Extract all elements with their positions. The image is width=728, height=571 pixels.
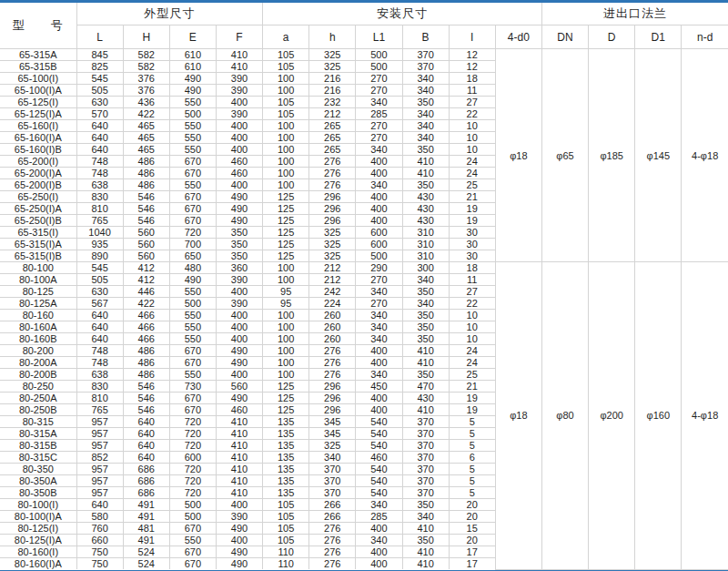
value-cell: 765 bbox=[76, 215, 123, 227]
value-cell: 290 bbox=[356, 262, 402, 274]
value-cell: 600 bbox=[356, 227, 402, 239]
value-cell: 285 bbox=[356, 108, 402, 120]
group-header-inlet-outlet-flange: 进出口法兰 bbox=[541, 3, 728, 25]
value-cell: 436 bbox=[123, 97, 169, 108]
flange-cell-d: φ185 bbox=[589, 49, 635, 262]
value-cell: 11 bbox=[449, 85, 495, 97]
value-cell: 370 bbox=[309, 487, 356, 499]
value-cell: 890 bbox=[76, 250, 123, 262]
flange-cell-dn: φ65 bbox=[541, 49, 588, 262]
value-cell: 546 bbox=[123, 191, 169, 203]
value-cell: 19 bbox=[449, 393, 495, 404]
value-cell: 700 bbox=[169, 239, 216, 250]
value-cell: 360 bbox=[216, 262, 262, 274]
value-cell: 100 bbox=[263, 144, 309, 156]
value-cell: 135 bbox=[263, 416, 309, 428]
value-cell: 638 bbox=[76, 179, 123, 191]
value-cell: 640 bbox=[76, 310, 123, 321]
value-cell: 105 bbox=[263, 108, 309, 120]
value-cell: 640 bbox=[76, 321, 123, 333]
value-cell: 276 bbox=[309, 156, 356, 168]
value-cell: 430 bbox=[402, 215, 449, 227]
value-cell: 340 bbox=[402, 132, 449, 144]
value-cell: 466 bbox=[123, 333, 169, 345]
value-cell: 340 bbox=[356, 321, 402, 333]
value-cell: 730 bbox=[169, 381, 216, 393]
value-cell: 540 bbox=[356, 487, 402, 499]
value-cell: 660 bbox=[76, 535, 123, 546]
value-cell: 486 bbox=[123, 179, 169, 191]
value-cell: 310 bbox=[402, 239, 449, 250]
value-cell: 560 bbox=[123, 250, 169, 262]
value-cell: 670 bbox=[169, 191, 216, 203]
value-cell: 957 bbox=[76, 475, 123, 487]
value-cell: 481 bbox=[123, 523, 169, 535]
value-cell: 422 bbox=[123, 298, 169, 310]
value-cell: 935 bbox=[76, 239, 123, 250]
value-cell: 410 bbox=[216, 416, 262, 428]
value-cell: 24 bbox=[449, 357, 495, 369]
value-cell: 285 bbox=[356, 511, 402, 523]
value-cell: 10 bbox=[449, 144, 495, 156]
value-cell: 412 bbox=[123, 262, 169, 274]
value-cell: 105 bbox=[263, 523, 309, 535]
value-cell: 400 bbox=[356, 203, 402, 215]
value-cell: 852 bbox=[76, 452, 123, 464]
value-cell: 270 bbox=[356, 120, 402, 132]
value-cell: 430 bbox=[402, 203, 449, 215]
value-cell: 6 bbox=[449, 452, 495, 464]
value-cell: 10 bbox=[449, 310, 495, 321]
value-cell: 640 bbox=[123, 428, 169, 440]
model-cell: 80-250B bbox=[0, 404, 76, 416]
value-cell: 486 bbox=[123, 357, 169, 369]
value-cell: 610 bbox=[169, 49, 216, 61]
model-cell: 80-125A bbox=[0, 298, 76, 310]
value-cell: 460 bbox=[356, 452, 402, 464]
value-cell: 500 bbox=[356, 61, 402, 73]
value-cell: 125 bbox=[263, 404, 309, 416]
value-cell: 748 bbox=[76, 156, 123, 168]
value-cell: 276 bbox=[309, 345, 356, 357]
value-cell: 276 bbox=[309, 179, 356, 191]
value-cell: 686 bbox=[123, 487, 169, 499]
value-cell: 270 bbox=[356, 274, 402, 286]
value-cell: 340 bbox=[356, 369, 402, 381]
value-cell: 410 bbox=[216, 487, 262, 499]
value-cell: 490 bbox=[216, 393, 262, 404]
value-cell: 19 bbox=[449, 203, 495, 215]
value-cell: 638 bbox=[76, 369, 123, 381]
value-cell: 670 bbox=[169, 156, 216, 168]
value-cell: 5 bbox=[449, 428, 495, 440]
value-cell: 105 bbox=[263, 511, 309, 523]
model-cell: 65-200(I) bbox=[0, 156, 76, 168]
value-cell: 957 bbox=[76, 487, 123, 499]
value-cell: 550 bbox=[169, 369, 216, 381]
value-cell: 276 bbox=[309, 535, 356, 546]
value-cell: 125 bbox=[263, 203, 309, 215]
value-cell: 546 bbox=[123, 203, 169, 215]
value-cell: 720 bbox=[169, 440, 216, 452]
column-header-h: h bbox=[309, 25, 356, 49]
value-cell: 296 bbox=[309, 215, 356, 227]
table-row: 65-315A84558261041010532550037012φ18φ65φ… bbox=[0, 49, 728, 61]
value-cell: 490 bbox=[216, 546, 262, 558]
table-body: 65-315A84558261041010532550037012φ18φ65φ… bbox=[0, 49, 728, 570]
model-cell: 65-250(I)B bbox=[0, 215, 76, 227]
value-cell: 410 bbox=[402, 404, 449, 416]
column-header-L1: L1 bbox=[356, 25, 402, 49]
value-cell: 550 bbox=[169, 132, 216, 144]
value-cell: 370 bbox=[402, 428, 449, 440]
value-cell: 410 bbox=[402, 546, 449, 558]
value-cell: 560 bbox=[123, 239, 169, 250]
value-cell: 125 bbox=[263, 250, 309, 262]
value-cell: 296 bbox=[309, 203, 356, 215]
value-cell: 370 bbox=[402, 49, 449, 61]
value-cell: 550 bbox=[169, 535, 216, 546]
value-cell: 400 bbox=[216, 369, 262, 381]
value-cell: 400 bbox=[216, 120, 262, 132]
value-cell: 24 bbox=[449, 345, 495, 357]
column-header-4-d0: 4-d0 bbox=[495, 25, 541, 49]
value-cell: 325 bbox=[309, 61, 356, 73]
value-cell: 540 bbox=[356, 440, 402, 452]
value-cell: 390 bbox=[216, 108, 262, 120]
